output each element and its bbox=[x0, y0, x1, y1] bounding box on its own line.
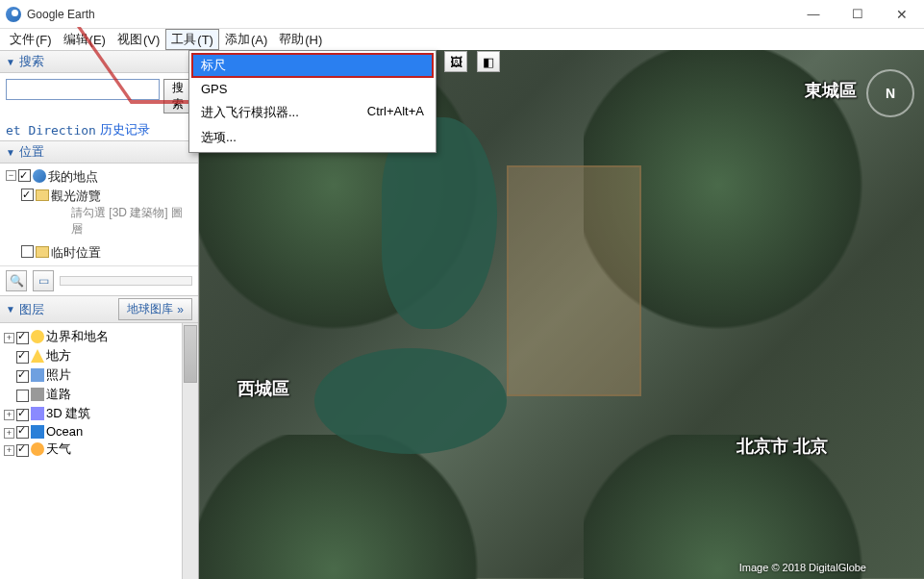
places-panel-header[interactable]: ▼ 位置 bbox=[0, 140, 198, 164]
tree-temp-label: 临时位置 bbox=[51, 243, 192, 263]
map-feature-lake bbox=[314, 348, 507, 454]
checkbox[interactable] bbox=[16, 444, 29, 457]
collapse-icon: ▼ bbox=[6, 147, 15, 158]
photo-icon bbox=[31, 368, 44, 382]
collapse-icon: ▼ bbox=[6, 57, 15, 67]
checkbox[interactable] bbox=[21, 189, 34, 201]
tree-sightseeing-label: 觀光游覽 bbox=[51, 187, 192, 206]
layer-label: Ocean bbox=[46, 424, 83, 439]
checkbox[interactable] bbox=[16, 351, 29, 364]
layer-label: 地方 bbox=[46, 347, 71, 365]
checkbox[interactable] bbox=[18, 169, 31, 182]
tree-hint: 請勾選 [3D 建築物] 圖層 bbox=[71, 205, 192, 238]
tools-dropdown: 标尺 GPS 进入飞行模拟器... Ctrl+Alt+A 选项... bbox=[188, 50, 437, 153]
places-search-button[interactable]: 🔍 bbox=[6, 270, 27, 291]
ocean-icon bbox=[31, 425, 44, 439]
tools-options-item[interactable]: 选项... bbox=[191, 125, 434, 150]
search-panel-title: 搜索 bbox=[19, 53, 44, 70]
layer-weather[interactable]: + 天气 bbox=[4, 440, 194, 459]
layers-panel-header[interactable]: ▼ 图层 地球图库 » bbox=[0, 295, 198, 323]
checkbox[interactable] bbox=[16, 409, 29, 421]
shortcut-label: Ctrl+Alt+A bbox=[367, 104, 424, 121]
toolbar-maps-button[interactable]: ◧ bbox=[477, 51, 500, 72]
tools-ruler-item[interactable]: 标尺 bbox=[191, 53, 434, 78]
layer-label: 边界和地名 bbox=[46, 328, 109, 345]
layer-3d-buildings[interactable]: + 3D 建筑 bbox=[4, 404, 194, 423]
layer-label: 照片 bbox=[46, 366, 71, 384]
collapse-icon: ▼ bbox=[6, 304, 15, 315]
search-box: 搜索 bbox=[0, 73, 198, 119]
minimize-button[interactable]: — bbox=[791, 0, 836, 29]
layer-label: 道路 bbox=[46, 386, 71, 403]
places-view-button[interactable]: ▭ bbox=[33, 270, 54, 291]
close-button[interactable]: ✕ bbox=[880, 0, 924, 29]
chevron-right-icon: » bbox=[177, 303, 184, 316]
tree-temp[interactable]: 临时位置 bbox=[21, 243, 192, 263]
search-panel-header[interactable]: ▼ 搜索 bbox=[0, 50, 198, 73]
gallery-label: 地球图库 bbox=[127, 301, 173, 317]
map-credit: Image © 2018 DigitalGlobe bbox=[739, 562, 866, 573]
places-tree: − 我的地点 觀光游覽 請勾選 [3D 建築物] 圖層 临时位置 bbox=[0, 164, 198, 265]
search-directions-fragment: et Direction bbox=[6, 123, 96, 138]
menu-file[interactable]: 文件(F) bbox=[4, 29, 58, 50]
checkbox[interactable] bbox=[21, 245, 34, 258]
compass-icon[interactable]: N bbox=[866, 69, 914, 117]
tree-root-label: 我的地点 bbox=[48, 167, 192, 187]
layers-list: + 边界和地名 地方 照片 道路 bbox=[0, 323, 198, 579]
map-feature-structure bbox=[507, 165, 641, 396]
window-title: Google Earth bbox=[27, 8, 791, 21]
layer-roads[interactable]: 道路 bbox=[4, 385, 194, 404]
menu-bar: 文件(F) 编辑(E) 视图(V) 工具(T) 添加(A) 帮助(H) bbox=[0, 29, 924, 50]
toolbar-save-image-button[interactable]: 🖼 bbox=[444, 51, 467, 72]
menu-add[interactable]: 添加(A) bbox=[219, 29, 273, 50]
tools-flight-item[interactable]: 进入飞行模拟器... Ctrl+Alt+A bbox=[191, 100, 434, 125]
checkbox[interactable] bbox=[16, 370, 29, 383]
layer-label: 3D 建筑 bbox=[46, 405, 90, 422]
content-area: ▼ 搜索 搜索 et Direction 历史记录 ▼ 位置 − 我的地点 bbox=[0, 50, 924, 579]
window-buttons: — ☐ ✕ bbox=[791, 0, 924, 29]
menu-tools[interactable]: 工具(T) bbox=[165, 29, 219, 50]
tree-root[interactable]: − 我的地点 bbox=[6, 167, 192, 187]
gallery-button[interactable]: 地球图库 » bbox=[118, 298, 192, 320]
layers-scrollbar[interactable] bbox=[182, 323, 198, 579]
place-icon bbox=[31, 349, 44, 363]
map-label-xicheng: 西城區 bbox=[237, 377, 289, 400]
folder-icon bbox=[36, 189, 49, 201]
layer-ocean[interactable]: + Ocean bbox=[4, 423, 194, 440]
menu-view[interactable]: 视图(V) bbox=[112, 29, 165, 50]
menu-edit[interactable]: 编辑(E) bbox=[58, 29, 112, 50]
tree-sightseeing[interactable]: 觀光游覽 bbox=[21, 187, 192, 206]
search-history-link[interactable]: 历史记录 bbox=[100, 121, 150, 138]
expand-icon[interactable]: + bbox=[4, 445, 14, 456]
tools-gps-item[interactable]: GPS bbox=[191, 78, 434, 100]
border-icon bbox=[31, 330, 44, 343]
expand-icon[interactable]: + bbox=[4, 428, 14, 439]
globe-icon bbox=[33, 169, 46, 183]
checkbox[interactable] bbox=[16, 332, 29, 344]
expand-icon[interactable]: + bbox=[4, 333, 14, 343]
layer-borders[interactable]: + 边界和地名 bbox=[4, 327, 194, 346]
collapse-icon[interactable]: − bbox=[6, 170, 16, 181]
title-bar: Google Earth — ☐ ✕ bbox=[0, 0, 924, 29]
map-label-dongcheng: 東城區 bbox=[805, 79, 857, 102]
folder-icon bbox=[36, 246, 49, 258]
checkbox[interactable] bbox=[16, 426, 29, 439]
places-panel-title: 位置 bbox=[19, 143, 44, 161]
checkbox[interactable] bbox=[16, 390, 29, 402]
road-icon bbox=[31, 388, 44, 401]
maximize-button[interactable]: ☐ bbox=[836, 0, 880, 29]
map-label-beijing: 北京市 北京 bbox=[737, 435, 828, 458]
search-caption: et Direction 历史记录 bbox=[0, 119, 198, 140]
layers-panel-title: 图层 bbox=[19, 301, 44, 318]
building-icon bbox=[31, 407, 44, 420]
sidebar: ▼ 搜索 搜索 et Direction 历史记录 ▼ 位置 − 我的地点 bbox=[0, 50, 199, 579]
layer-label: 天气 bbox=[46, 441, 71, 458]
places-toolbar: 🔍 ▭ bbox=[0, 265, 198, 295]
expand-icon[interactable]: + bbox=[4, 410, 14, 420]
search-input[interactable] bbox=[6, 79, 160, 100]
opacity-slider[interactable] bbox=[60, 276, 192, 286]
layer-places[interactable]: 地方 bbox=[4, 346, 194, 365]
weather-icon bbox=[31, 442, 44, 456]
menu-help[interactable]: 帮助(H) bbox=[273, 29, 328, 50]
layer-photos[interactable]: 照片 bbox=[4, 365, 194, 385]
